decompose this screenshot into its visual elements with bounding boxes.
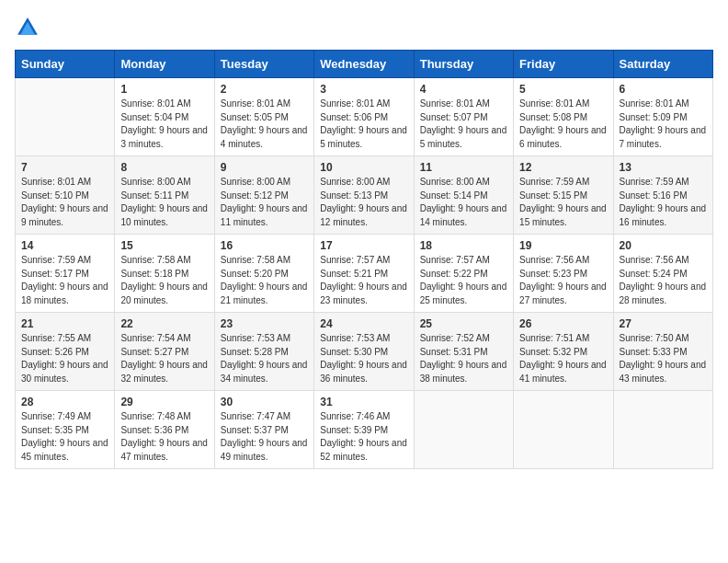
- day-number: 25: [420, 317, 507, 330]
- calendar-cell: 10Sunrise: 8:00 AMSunset: 5:13 PMDayligh…: [314, 156, 414, 235]
- day-info: Sunrise: 7:55 AMSunset: 5:26 PMDaylight:…: [21, 332, 108, 385]
- calendar-cell: 31Sunrise: 7:46 AMSunset: 5:39 PMDayligh…: [314, 391, 414, 469]
- day-number: 28: [21, 396, 108, 408]
- day-number: 9: [221, 161, 308, 174]
- day-info: Sunrise: 7:56 AMSunset: 5:24 PMDaylight:…: [620, 254, 707, 307]
- calendar-week-row: 7Sunrise: 8:01 AMSunset: 5:10 PMDaylight…: [16, 156, 713, 235]
- weekday-header-row: SundayMondayTuesdayWednesdayThursdayFrid…: [16, 51, 713, 78]
- day-info: Sunrise: 8:01 AMSunset: 5:07 PMDaylight:…: [420, 98, 507, 151]
- calendar-cell: 16Sunrise: 7:58 AMSunset: 5:20 PMDayligh…: [214, 235, 313, 313]
- day-info: Sunrise: 8:01 AMSunset: 5:09 PMDaylight:…: [620, 98, 707, 151]
- day-number: 23: [221, 317, 308, 330]
- day-info: Sunrise: 7:58 AMSunset: 5:20 PMDaylight:…: [221, 254, 308, 307]
- calendar-cell: 24Sunrise: 7:53 AMSunset: 5:30 PMDayligh…: [314, 313, 414, 391]
- calendar-cell: [514, 391, 613, 469]
- calendar-table: SundayMondayTuesdayWednesdayThursdayFrid…: [15, 50, 713, 469]
- calendar-cell: 11Sunrise: 8:00 AMSunset: 5:14 PMDayligh…: [414, 156, 513, 235]
- calendar-cell: 8Sunrise: 8:00 AMSunset: 5:11 PMDaylight…: [115, 156, 214, 235]
- day-number: 6: [620, 83, 707, 96]
- day-number: 19: [519, 239, 607, 252]
- weekday-header-cell: Sunday: [16, 51, 115, 78]
- day-number: 1: [120, 83, 208, 96]
- calendar-cell: 5Sunrise: 8:01 AMSunset: 5:08 PMDaylight…: [514, 78, 613, 156]
- weekday-header-cell: Thursday: [414, 51, 513, 78]
- day-number: 15: [120, 239, 208, 252]
- calendar-cell: 26Sunrise: 7:51 AMSunset: 5:32 PMDayligh…: [514, 313, 613, 391]
- calendar-cell: 6Sunrise: 8:01 AMSunset: 5:09 PMDaylight…: [613, 78, 712, 156]
- calendar-cell: 15Sunrise: 7:58 AMSunset: 5:18 PMDayligh…: [115, 235, 214, 313]
- day-number: 31: [320, 396, 407, 408]
- calendar-cell: 25Sunrise: 7:52 AMSunset: 5:31 PMDayligh…: [414, 313, 513, 391]
- calendar-cell: 9Sunrise: 8:00 AMSunset: 5:12 PMDaylight…: [214, 156, 313, 235]
- calendar-cell: [16, 78, 115, 156]
- calendar-cell: 1Sunrise: 8:01 AMSunset: 5:04 PMDaylight…: [115, 78, 214, 156]
- calendar-week-row: 14Sunrise: 7:59 AMSunset: 5:17 PMDayligh…: [16, 235, 713, 313]
- logo-icon: [15, 15, 40, 40]
- weekday-header-cell: Wednesday: [314, 51, 414, 78]
- day-number: 26: [519, 317, 607, 330]
- day-info: Sunrise: 7:59 AMSunset: 5:17 PMDaylight:…: [21, 254, 108, 307]
- calendar-cell: 28Sunrise: 7:49 AMSunset: 5:35 PMDayligh…: [16, 391, 115, 469]
- day-number: 3: [320, 83, 407, 96]
- day-info: Sunrise: 8:00 AMSunset: 5:13 PMDaylight:…: [320, 176, 407, 229]
- day-number: 2: [221, 83, 308, 96]
- day-info: Sunrise: 7:56 AMSunset: 5:23 PMDaylight:…: [519, 254, 607, 307]
- page-header: [15, 15, 713, 40]
- calendar-cell: 4Sunrise: 8:01 AMSunset: 5:07 PMDaylight…: [414, 78, 513, 156]
- calendar-cell: 17Sunrise: 7:57 AMSunset: 5:21 PMDayligh…: [314, 235, 414, 313]
- day-info: Sunrise: 7:59 AMSunset: 5:16 PMDaylight:…: [620, 176, 707, 229]
- day-info: Sunrise: 8:01 AMSunset: 5:05 PMDaylight:…: [221, 98, 308, 151]
- calendar-body: 1Sunrise: 8:01 AMSunset: 5:04 PMDaylight…: [16, 78, 713, 469]
- calendar-cell: 14Sunrise: 7:59 AMSunset: 5:17 PMDayligh…: [16, 235, 115, 313]
- day-info: Sunrise: 7:52 AMSunset: 5:31 PMDaylight:…: [420, 332, 507, 385]
- calendar-cell: 12Sunrise: 7:59 AMSunset: 5:15 PMDayligh…: [514, 156, 613, 235]
- calendar-cell: 20Sunrise: 7:56 AMSunset: 5:24 PMDayligh…: [613, 235, 712, 313]
- day-info: Sunrise: 7:59 AMSunset: 5:15 PMDaylight:…: [519, 176, 607, 229]
- day-info: Sunrise: 8:01 AMSunset: 5:10 PMDaylight:…: [21, 176, 108, 229]
- day-info: Sunrise: 7:49 AMSunset: 5:35 PMDaylight:…: [21, 410, 108, 464]
- day-info: Sunrise: 7:46 AMSunset: 5:39 PMDaylight:…: [320, 410, 407, 464]
- day-info: Sunrise: 8:00 AMSunset: 5:11 PMDaylight:…: [120, 176, 208, 229]
- day-info: Sunrise: 7:50 AMSunset: 5:33 PMDaylight:…: [620, 332, 707, 385]
- calendar-week-row: 1Sunrise: 8:01 AMSunset: 5:04 PMDaylight…: [16, 78, 713, 156]
- calendar-cell: 23Sunrise: 7:53 AMSunset: 5:28 PMDayligh…: [214, 313, 313, 391]
- calendar-cell: 7Sunrise: 8:01 AMSunset: 5:10 PMDaylight…: [16, 156, 115, 235]
- day-info: Sunrise: 7:47 AMSunset: 5:37 PMDaylight:…: [221, 410, 308, 464]
- calendar-cell: 18Sunrise: 7:57 AMSunset: 5:22 PMDayligh…: [414, 235, 513, 313]
- day-number: 11: [420, 161, 507, 174]
- day-number: 13: [620, 161, 707, 174]
- day-number: 24: [320, 317, 407, 330]
- day-info: Sunrise: 7:51 AMSunset: 5:32 PMDaylight:…: [519, 332, 607, 385]
- weekday-header-cell: Friday: [514, 51, 613, 78]
- day-info: Sunrise: 8:00 AMSunset: 5:14 PMDaylight:…: [420, 176, 507, 229]
- day-number: 29: [120, 396, 208, 408]
- calendar-cell: 3Sunrise: 8:01 AMSunset: 5:06 PMDaylight…: [314, 78, 414, 156]
- calendar-cell: 13Sunrise: 7:59 AMSunset: 5:16 PMDayligh…: [613, 156, 712, 235]
- day-info: Sunrise: 8:01 AMSunset: 5:04 PMDaylight:…: [120, 98, 208, 151]
- calendar-cell: 19Sunrise: 7:56 AMSunset: 5:23 PMDayligh…: [514, 235, 613, 313]
- day-number: 5: [519, 83, 607, 96]
- day-info: Sunrise: 7:57 AMSunset: 5:21 PMDaylight:…: [320, 254, 407, 307]
- day-number: 30: [221, 396, 308, 408]
- calendar-week-row: 21Sunrise: 7:55 AMSunset: 5:26 PMDayligh…: [16, 313, 713, 391]
- calendar-cell: [613, 391, 712, 469]
- day-number: 17: [320, 239, 407, 252]
- calendar-week-row: 28Sunrise: 7:49 AMSunset: 5:35 PMDayligh…: [16, 391, 713, 469]
- day-number: 18: [420, 239, 507, 252]
- day-number: 12: [519, 161, 607, 174]
- day-info: Sunrise: 7:54 AMSunset: 5:27 PMDaylight:…: [120, 332, 208, 385]
- day-info: Sunrise: 7:53 AMSunset: 5:28 PMDaylight:…: [221, 332, 308, 385]
- day-number: 22: [120, 317, 208, 330]
- calendar-cell: 22Sunrise: 7:54 AMSunset: 5:27 PMDayligh…: [115, 313, 214, 391]
- day-info: Sunrise: 7:48 AMSunset: 5:36 PMDaylight:…: [120, 410, 208, 464]
- day-info: Sunrise: 8:01 AMSunset: 5:06 PMDaylight:…: [320, 98, 407, 151]
- calendar-cell: [414, 391, 513, 469]
- calendar-cell: 29Sunrise: 7:48 AMSunset: 5:36 PMDayligh…: [115, 391, 214, 469]
- calendar-cell: 21Sunrise: 7:55 AMSunset: 5:26 PMDayligh…: [16, 313, 115, 391]
- weekday-header-cell: Tuesday: [214, 51, 313, 78]
- day-info: Sunrise: 8:00 AMSunset: 5:12 PMDaylight:…: [221, 176, 308, 229]
- day-number: 7: [21, 161, 108, 174]
- day-number: 4: [420, 83, 507, 96]
- day-info: Sunrise: 7:58 AMSunset: 5:18 PMDaylight:…: [120, 254, 208, 307]
- day-number: 14: [21, 239, 108, 252]
